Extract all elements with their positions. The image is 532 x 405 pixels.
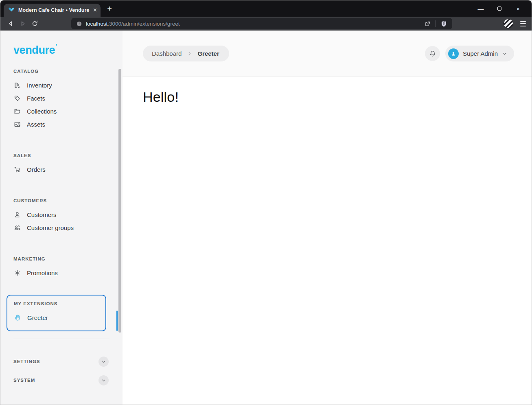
sidebar-item-label: Greeter — [27, 314, 48, 321]
browser-toolbar: localhost:3000/admin/extensions/greet — [0, 17, 532, 31]
vendure-favicon-icon — [8, 7, 15, 13]
sidebar-item-label: Assets — [27, 121, 45, 128]
users-icon — [14, 224, 21, 231]
chevron-down-icon — [101, 378, 106, 383]
active-item-indicator — [116, 311, 118, 331]
section-title-catalog: CATALOG — [13, 69, 123, 74]
sidebar-item-label: Promotions — [27, 269, 58, 276]
chevron-down-icon — [502, 51, 508, 57]
extensions-list: Greeter — [7, 311, 105, 324]
browser-tab[interactable]: Modern Cafe Chair • Vendure × — [4, 4, 101, 17]
tab-title: Modern Cafe Chair • Vendure — [18, 7, 90, 13]
reload-button[interactable] — [29, 18, 41, 29]
menu-icon[interactable] — [519, 20, 527, 28]
sidebar-item-promotions[interactable]: Promotions — [0, 266, 123, 279]
maximize-button[interactable] — [490, 0, 509, 17]
header-actions: Super Admin — [425, 46, 514, 61]
greeting-heading: Hello! — [143, 89, 532, 105]
sidebar-item-assets[interactable]: Assets — [0, 118, 123, 131]
chevron-down-icon — [101, 359, 106, 364]
main-header: Dashboard Greeter Super Admin — [123, 31, 532, 77]
breadcrumb: Dashboard Greeter — [143, 46, 229, 61]
browser-profile-avatar[interactable] — [504, 19, 513, 28]
sidebar-item-label: Customer groups — [27, 224, 74, 231]
inventory-icon — [14, 82, 21, 89]
customers-list: Customers Customer groups — [0, 208, 123, 234]
browser-titlebar: Modern Cafe Chair • Vendure × + — × — [0, 0, 532, 17]
share-icon[interactable] — [424, 20, 431, 27]
vendure-logo: vendure’ — [13, 43, 123, 57]
section-title-marketing: MARKETING — [13, 256, 123, 261]
user-avatar — [448, 48, 459, 59]
site-info-icon[interactable] — [76, 21, 82, 27]
new-tab-button[interactable]: + — [105, 4, 114, 13]
sidebar-item-label: Collections — [27, 108, 57, 115]
toolbar-right — [504, 19, 527, 28]
catalog-list: Inventory Facets Collections Assets — [0, 79, 123, 131]
sidebar-item-greeter[interactable]: Greeter — [7, 311, 105, 324]
sidebar-item-inventory[interactable]: Inventory — [0, 79, 123, 92]
url-host: localhost — [86, 21, 107, 27]
minimize-button[interactable]: — — [471, 0, 490, 17]
settings-expand-button[interactable] — [99, 357, 109, 367]
sidebar-item-label: Inventory — [27, 82, 52, 89]
notifications-button[interactable] — [425, 46, 440, 61]
image-icon — [14, 121, 21, 128]
sidebar: vendure’ CATALOG Inventory Facets Collec… — [0, 31, 123, 405]
sales-list: Orders — [0, 163, 123, 176]
sidebar-item-customer-groups[interactable]: Customer groups — [0, 221, 123, 234]
sidebar-item-customers[interactable]: Customers — [0, 208, 123, 221]
forward-icon — [19, 20, 26, 27]
user-icon — [14, 211, 21, 218]
sidebar-section-system[interactable]: SYSTEM — [0, 371, 123, 390]
sidebar-item-label: Orders — [27, 166, 46, 173]
brave-shield-icon[interactable] — [440, 20, 447, 27]
sidebar-item-label: Facets — [27, 95, 45, 102]
section-title-my-extensions: MY EXTENSIONS — [14, 301, 105, 306]
marketing-list: Promotions — [0, 266, 123, 279]
asterisk-icon — [14, 269, 21, 276]
breadcrumb-dashboard-link[interactable]: Dashboard — [152, 50, 182, 57]
tab-close-icon[interactable]: × — [93, 7, 97, 13]
sidebar-section-settings[interactable]: SETTINGS — [0, 352, 123, 371]
my-extensions-highlight-box: MY EXTENSIONS Greeter — [7, 295, 106, 331]
app-page: vendure’ CATALOG Inventory Facets Collec… — [0, 31, 532, 405]
back-button[interactable] — [4, 18, 17, 29]
toolbar-divider — [436, 20, 436, 27]
user-name: Super Admin — [463, 50, 498, 57]
system-expand-button[interactable] — [99, 375, 109, 385]
maximize-icon — [497, 7, 501, 11]
waving-hand-icon — [14, 314, 21, 321]
person-icon — [450, 50, 457, 57]
url-path: :3000/admin/extensions/greet — [107, 21, 180, 27]
urlbar-actions — [424, 20, 447, 27]
section-title-system: SYSTEM — [13, 378, 35, 383]
folder-icon — [14, 108, 21, 115]
forward-button[interactable] — [17, 18, 29, 29]
url-text: localhost:3000/admin/extensions/greet — [86, 21, 180, 27]
tag-icon — [14, 95, 21, 102]
sidebar-divider — [13, 339, 109, 339]
sidebar-item-orders[interactable]: Orders — [0, 163, 123, 176]
sidebar-scrollbar-thumb[interactable] — [118, 69, 121, 333]
sidebar-item-facets[interactable]: Facets — [0, 92, 123, 105]
chevron-right-icon — [187, 51, 192, 56]
section-title-customers: CUSTOMERS — [13, 198, 123, 203]
logo-mark: ’ — [55, 43, 57, 49]
sidebar-item-collections[interactable]: Collections — [0, 105, 123, 118]
window-controls: — × — [471, 0, 528, 17]
page-content: Hello! — [123, 77, 532, 105]
cart-icon — [14, 166, 21, 173]
sidebar-item-label: Customers — [27, 211, 57, 218]
section-title-sales: SALES — [13, 153, 123, 158]
section-title-settings: SETTINGS — [13, 359, 40, 364]
back-icon — [7, 20, 14, 27]
window-close-button[interactable]: × — [509, 0, 528, 17]
user-menu[interactable]: Super Admin — [445, 46, 514, 61]
url-bar[interactable]: localhost:3000/admin/extensions/greet — [71, 18, 452, 29]
reload-icon — [31, 20, 39, 27]
browser-window: Modern Cafe Chair • Vendure × + — × — [0, 0, 532, 405]
breadcrumb-current: Greeter — [197, 50, 219, 57]
main-area: Dashboard Greeter Super Admin — [123, 31, 532, 405]
bell-icon — [429, 50, 436, 57]
